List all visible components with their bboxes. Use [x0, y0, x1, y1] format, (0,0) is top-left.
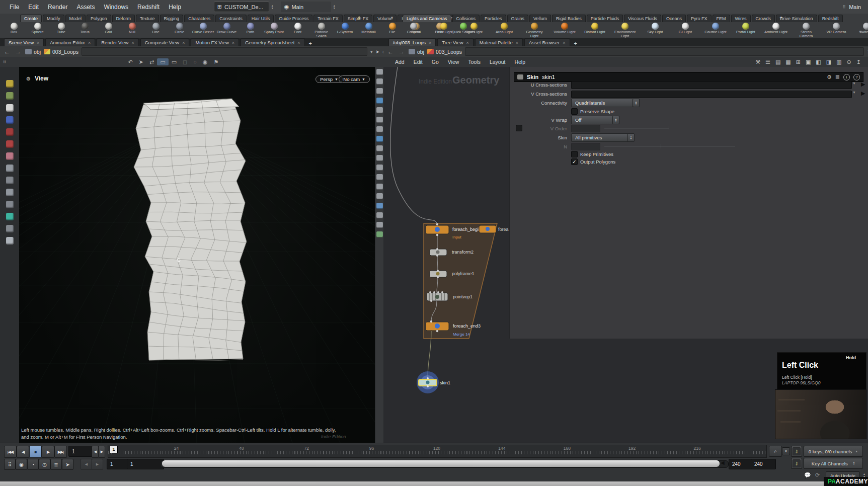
chevron-down-icon[interactable]: ▼	[852, 82, 856, 85]
network-toolbar-icon[interactable]: ◧	[816, 59, 821, 65]
shelf-tool[interactable]: Path	[239, 23, 262, 34]
pane-tab[interactable]: Motion FX View×	[191, 38, 239, 46]
add-pane-tab[interactable]: +	[572, 40, 580, 46]
network-menu-item[interactable]: View	[443, 59, 464, 65]
close-icon[interactable]: ×	[466, 40, 469, 45]
shelf-tool[interactable]: Box	[2, 23, 26, 34]
shelf-tool[interactable]: Geometry Light	[519, 23, 549, 39]
help-icon[interactable]: ?	[853, 74, 860, 80]
viewport-tool-icon[interactable]	[6, 152, 14, 160]
shelf-tool[interactable]: Curve Bezier	[191, 23, 215, 34]
shelf-tool[interactable]: Line	[144, 23, 168, 34]
range-right-handle[interactable]: ◀	[721, 460, 725, 465]
viewport-tool-icon[interactable]	[6, 92, 14, 100]
shelf-add-tab-right[interactable]: +	[777, 15, 785, 21]
shelf-tool[interactable]: Tube	[49, 23, 73, 34]
key-nav-icon[interactable]: ➤	[62, 459, 73, 470]
toggle-box-a[interactable]: ▭	[157, 58, 168, 65]
v-wrap-dropdown[interactable]: Off	[571, 116, 618, 124]
shelf-tool[interactable]: Null	[120, 23, 144, 34]
network-menu-item[interactable]: Add	[390, 59, 409, 65]
display-option-icon[interactable]	[376, 78, 383, 85]
shelf-divider-caret[interactable]: ▼	[390, 16, 394, 20]
timeline-ruler[interactable]: 24487296120144168192216 1	[108, 445, 767, 458]
nav-forward-icon[interactable]: →	[398, 48, 406, 55]
playhead-marker[interactable]: 1	[110, 446, 118, 453]
dropdown-spinner[interactable]: ▲▼	[633, 99, 640, 107]
undo-view-icon[interactable]: ↶	[125, 59, 136, 65]
swap-view-icon[interactable]: ⇄	[146, 59, 157, 65]
info-icon[interactable]: i	[843, 74, 850, 80]
menu-item[interactable]: Help	[164, 4, 186, 11]
display-option-icon[interactable]	[376, 88, 383, 94]
path-caret-icon[interactable]: ▾	[370, 49, 373, 54]
menu-item[interactable]: File	[5, 4, 24, 11]
path-field[interactable]	[465, 47, 864, 56]
close-icon[interactable]: ×	[131, 40, 134, 45]
range-start-field2[interactable]: 1	[127, 459, 164, 469]
step-back-button[interactable]: ◀	[92, 446, 99, 458]
network-toolbar-icon[interactable]: ◨	[826, 59, 831, 65]
range-end-field[interactable]: 240	[729, 459, 754, 469]
dropdown-spinner[interactable]: ▲▼	[612, 116, 619, 124]
shelf-tool[interactable]: Stereo Camera	[791, 23, 821, 39]
shelf-tab[interactable]: Crowds	[752, 15, 775, 22]
display-option-icon[interactable]	[376, 126, 383, 132]
n-slider[interactable]	[604, 146, 735, 147]
shelf-tool[interactable]: Volume Light	[549, 23, 580, 34]
v-order-slider[interactable]	[604, 128, 669, 129]
display-option-icon[interactable]	[376, 98, 383, 104]
display-option-icon[interactable]	[376, 184, 383, 190]
shelf-tab[interactable]: Rigid Bodies	[552, 15, 586, 22]
network-toolbar-icon[interactable]: ⊞	[796, 59, 801, 65]
shelf-tool[interactable]: Sphere	[26, 23, 49, 34]
shelf-tab[interactable]: Viscous Fluids	[624, 15, 661, 22]
network-toolbar-icon[interactable]: ▦	[785, 59, 791, 65]
display-option-icon[interactable]	[376, 117, 383, 123]
network-toolbar-icon[interactable]: ▤	[775, 59, 780, 65]
network-menu-item[interactable]: Layout	[485, 59, 510, 65]
close-icon[interactable]: ×	[37, 40, 39, 45]
shelf-tool[interactable]: Spot Light	[459, 23, 489, 34]
pane-tab[interactable]: Render View×	[97, 38, 138, 46]
u-cross-sections-input[interactable]	[571, 82, 852, 89]
close-icon[interactable]: ×	[563, 40, 565, 45]
zoom-timeline-icon[interactable]: ⌕	[769, 446, 782, 457]
play-button[interactable]: ▶	[42, 446, 54, 458]
network-menu-item[interactable]: Go	[427, 59, 443, 65]
shelf-tab[interactable]: Modify	[43, 15, 64, 22]
shelf-tool[interactable]: Metaball	[357, 23, 380, 34]
message-bubble-icon[interactable]: 💬	[804, 472, 811, 478]
connectivity-dropdown[interactable]: Quadrilaterals	[571, 99, 639, 107]
viewport-tool-icon[interactable]	[6, 213, 14, 220]
display-option-icon[interactable]	[376, 203, 383, 209]
display-option-icon[interactable]	[376, 212, 383, 218]
viewport-menu-icon[interactable]: ⚙	[26, 76, 31, 82]
grip-icon[interactable]: ⠿	[843, 5, 846, 10]
ramp-expand-icon[interactable]: ▶	[861, 90, 865, 97]
parameter-header[interactable]: Skin skin1 ⚙ ≣ i ?	[514, 72, 863, 82]
network-menu-item[interactable]: Tools	[463, 59, 485, 65]
shelf-tab[interactable]: Collisions	[452, 15, 480, 22]
close-icon[interactable]: ×	[516, 40, 518, 45]
pane-tab[interactable]: Animation Editor×	[45, 38, 95, 46]
output-polygons-checkbox[interactable]: ✓	[571, 158, 578, 165]
refresh-icon[interactable]: ⟳	[815, 472, 820, 478]
shelf-tab[interactable]: Particle Fluids	[587, 15, 623, 22]
desktop-spinner[interactable]: ▲▼	[271, 5, 274, 10]
gear-icon[interactable]: ⚙	[827, 74, 832, 80]
dim-toggle-a[interactable]: ◻	[180, 59, 190, 65]
shelf-overflow-caret[interactable]: ▼	[858, 30, 862, 34]
shelf-tab[interactable]: FEM	[713, 15, 730, 22]
play-reverse-button[interactable]: ◀	[17, 446, 29, 458]
display-option-icon[interactable]	[376, 231, 383, 237]
shelf-tool[interactable]: L-System	[333, 23, 357, 34]
timeline-options-caret[interactable]: ▼	[782, 447, 790, 455]
display-option-icon[interactable]	[376, 136, 383, 142]
display-option-icon[interactable]	[376, 69, 383, 75]
shelf-tool[interactable]: Grid	[97, 23, 120, 34]
view-spinner[interactable]: ▲▼	[333, 5, 336, 10]
v-order-input[interactable]	[571, 125, 600, 132]
path-root-chip[interactable]: obj	[25, 49, 41, 55]
path-root-chip[interactable]: obj	[409, 49, 424, 55]
